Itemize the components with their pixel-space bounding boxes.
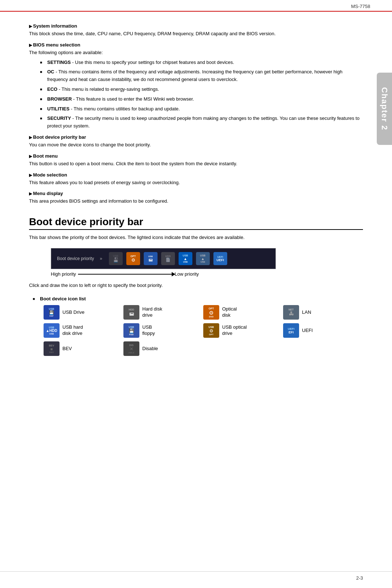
boot-icon-7[interactable]: UEFI UEFI: [213, 252, 227, 265]
item-text: - The security menu is used to keep unau…: [47, 115, 359, 129]
icon-mid: ⊙: [131, 257, 135, 263]
menu-display-text: This area provides BIOS settings and inf…: [29, 198, 363, 205]
icon-mid: 💾: [113, 257, 119, 263]
device-icon-bev: BEV ■ DEV: [44, 341, 60, 356]
list-item: ECO - This menu is related to energy-sav…: [40, 86, 363, 93]
boot-priority-diagram: Boot device priority » USB 💾 OPT ⊙ USB 🖴…: [51, 248, 276, 269]
item-bold: BROWSER: [47, 96, 72, 102]
boot-icon-4[interactable]: HDD 📄: [161, 252, 175, 265]
icon-mid: 📄: [166, 257, 171, 262]
list-item: UTILITIES - This menu contains utilities…: [40, 105, 363, 113]
item-bold: SETTINGS: [47, 60, 71, 65]
icon-label-optical: Opticaldisk: [222, 306, 237, 319]
bios-menu-heading: BIOS menu selection: [29, 42, 363, 48]
icon-item-usb-optical: USB ⊙ OPT USB opticaldrive: [203, 323, 283, 338]
device-icon-usb-drive: USB 💾 FAT: [44, 305, 60, 320]
main-section-intro: This bar shows the priority of the boot …: [29, 234, 363, 242]
icon-label-lan: LAN: [302, 309, 311, 316]
boot-priority-bar-text: You can move the device icons to change …: [29, 141, 363, 149]
list-item: OC - This menu contains items of the fre…: [40, 68, 363, 84]
icon-mid: ▲: [184, 257, 187, 261]
mode-selection-text: This feature allows you to load presets …: [29, 179, 363, 187]
page-footer: 2-3: [356, 575, 363, 581]
boot-menu-text: This button is used to open a boot menu.…: [29, 160, 363, 168]
icon-item-uefi: UEFI EFI UEFI: [283, 323, 363, 338]
boot-menu-heading: Boot menu: [29, 153, 363, 159]
icon-item-usb-floppy: USB 💾 FDD USBfloppy: [123, 323, 203, 338]
icon-top: USB: [200, 254, 205, 257]
top-header: MS-7758: [0, 0, 392, 12]
icon-item-lan: NET 🖧 LAN: [283, 305, 363, 320]
icon-label-uefi: UEFI: [302, 328, 313, 334]
main-content: System information This block shows the …: [0, 12, 392, 370]
icon-item-bev: BEV ■ DEV BEV: [44, 341, 123, 356]
icon-bot: USB: [183, 261, 188, 263]
item-text: - Use this menu to specify your settings…: [72, 60, 234, 65]
icon-item-disable: DIS ✕ ABLE Disable: [123, 341, 203, 356]
icon-top: OPT: [131, 255, 136, 257]
icon-top: USB: [183, 254, 188, 257]
boot-icon-5[interactable]: USB ▲ USB: [179, 252, 192, 265]
icon-mid: UEFI: [216, 258, 224, 262]
item-bold: OC: [47, 69, 54, 74]
item-text: - This menu contains utilities for backu…: [71, 106, 180, 111]
icon-item-usb-hdd: USB ▲HDD USB USB harddisk drive: [44, 323, 123, 338]
main-section-title: Boot device priority bar: [29, 216, 363, 230]
bios-menu-list: SETTINGS - Use this menu to specify your…: [29, 59, 363, 130]
boot-icon-6[interactable]: USB ▲ USB: [196, 252, 210, 265]
chapter-label: Chapter 2: [380, 87, 389, 130]
list-item: SETTINGS - Use this menu to specify your…: [40, 59, 363, 66]
icon-label-usb-optical: USB opticaldrive: [222, 324, 247, 337]
icon-mid: ▲: [201, 257, 205, 261]
page-container: MS-7758 Chapter 2 System information Thi…: [0, 0, 392, 588]
icon-label-bev: BEV: [62, 346, 72, 352]
footer-line: [0, 571, 392, 572]
item-text: - This menu is related to energy-saving …: [59, 86, 159, 92]
chapter-tab: Chapter 2: [377, 73, 392, 145]
icon-item-optical: OPT ⊙ DVD Opticaldisk: [203, 305, 283, 320]
icon-label-usb-floppy: USBfloppy: [142, 324, 155, 337]
priority-arrow-row: High priority Low priority: [51, 271, 363, 277]
device-icon-hdd: HDD 🖴: [123, 305, 139, 320]
device-icon-uefi: UEFI EFI: [283, 323, 299, 338]
list-item: SECURITY - The security menu is used to …: [40, 115, 363, 130]
diagram-arrows: »: [100, 256, 102, 261]
mode-selection-heading: Mode selection: [29, 172, 363, 178]
system-info-text: This block shows the time, date, CPU nam…: [29, 30, 363, 38]
high-priority-label: High priority: [51, 271, 76, 277]
item-bold: UTILITIES: [47, 106, 69, 111]
page-number: 2-3: [356, 575, 363, 581]
icon-top: UEFI: [217, 256, 223, 258]
item-bold: ECO: [47, 86, 57, 92]
boot-icon-1[interactable]: USB 💾: [109, 252, 123, 265]
icon-label-usb-drive: USB Drive: [62, 309, 85, 316]
item-text: - This menu contains items of the freque…: [47, 69, 342, 82]
boot-priority-bar-heading: Boot device priority bar: [29, 134, 363, 140]
device-icon-usb-optical: USB ⊙ OPT: [203, 323, 219, 338]
icon-grid: USB 💾 FAT USB Drive HDD 🖴 Hard diskdrive…: [29, 305, 363, 356]
priority-arrow: [78, 274, 172, 275]
device-icon-usb-hdd: USB ▲HDD USB: [44, 323, 60, 338]
icon-label-hdd: Hard diskdrive: [142, 306, 162, 319]
low-priority-label: Low priority: [175, 271, 199, 277]
icon-item-hdd: HDD 🖴 Hard diskdrive: [123, 305, 203, 320]
model-number: MS-7758: [351, 4, 370, 9]
item-bold: SECURITY: [47, 115, 71, 121]
icon-mid: 🖴: [148, 257, 152, 262]
device-icon-optical: OPT ⊙ DVD: [203, 305, 219, 320]
list-item: BROWSER - This feature is used to enter …: [40, 96, 363, 103]
icon-label-usb-hdd: USB harddisk drive: [62, 324, 83, 337]
menu-display-heading: Menu display: [29, 191, 363, 196]
item-text: - This feature is used to enter the MSI …: [73, 96, 194, 102]
click-draw-text: Click and draw the icon to left or right…: [29, 282, 363, 289]
icon-label-disable: Disable: [142, 346, 158, 352]
icon-bot: USB: [200, 261, 205, 263]
icon-item-usb-drive: USB 💾 FAT USB Drive: [44, 305, 123, 320]
icon-list-heading: Boot device icon list: [29, 296, 363, 301]
boot-icon-2[interactable]: OPT ⊙: [126, 252, 140, 265]
device-icon-disable: DIS ✕ ABLE: [123, 341, 139, 356]
diagram-label: Boot device priority: [57, 256, 94, 261]
boot-icon-3[interactable]: USB 🖴: [144, 252, 158, 265]
bios-menu-intro: The following options are available:: [29, 49, 363, 57]
system-info-heading: System information: [29, 23, 363, 29]
